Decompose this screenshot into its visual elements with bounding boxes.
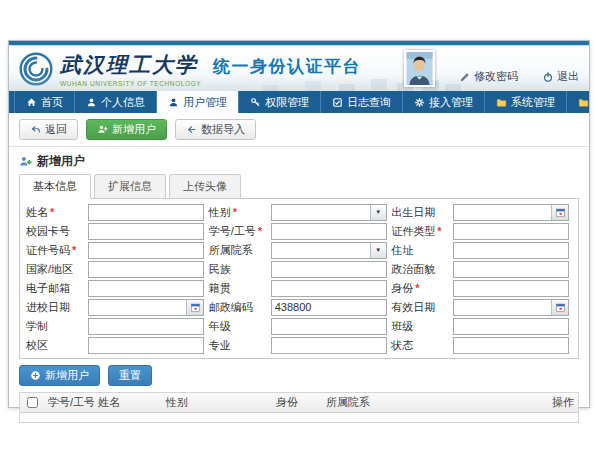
student-employee-no-input[interactable]: [271, 223, 387, 240]
major-label: 专业: [209, 338, 271, 353]
plus-circle-icon: [30, 370, 41, 381]
postal-code-input[interactable]: [271, 299, 387, 316]
form-tab-extended-info[interactable]: 扩展信息: [94, 174, 166, 199]
email-input[interactable]: [88, 280, 204, 297]
required-marker: *: [50, 206, 54, 218]
back-arrow-icon: [30, 124, 41, 135]
entry-date-calendar-button[interactable]: [186, 300, 203, 315]
change-password-link[interactable]: 修改密码: [459, 69, 518, 84]
pencil-icon: [459, 71, 471, 83]
required-marker: *: [72, 244, 76, 256]
nav-tab-label: 首页: [41, 95, 63, 110]
submit-add-user-label: 新增用户: [45, 368, 89, 383]
results-table-empty-body: [19, 413, 579, 423]
valid-date-label: 有效日期: [391, 300, 453, 315]
add-user-toolbar-label: 新增用户: [112, 122, 156, 137]
ethnicity-input-wrap: [271, 261, 387, 278]
table-column-header: 性别: [162, 395, 272, 410]
nav-tab-profile[interactable]: 个人信息: [75, 91, 157, 113]
id-number-input[interactable]: [88, 242, 204, 259]
ethnicity-input[interactable]: [271, 261, 387, 278]
email-input-wrap: [88, 280, 204, 297]
campus-card-no-input[interactable]: [88, 223, 204, 240]
form-field-native-place: 籍贯: [209, 279, 390, 297]
logout-link[interactable]: 退出: [542, 69, 579, 84]
nav-tab-user-management[interactable]: 用户管理: [157, 91, 239, 113]
form-field-valid-date: 有效日期: [391, 298, 572, 316]
schooling-length-input[interactable]: [88, 318, 204, 335]
nav-tab-access-management[interactable]: 接入管理: [403, 91, 485, 113]
submit-add-user-button[interactable]: 新增用户: [19, 365, 100, 386]
address-input[interactable]: [453, 242, 569, 259]
user-avatar[interactable]: [404, 50, 435, 87]
birth-date-calendar-button[interactable]: [551, 205, 568, 220]
identity-input[interactable]: [453, 280, 569, 297]
form-field-political-status: 政治面貌: [391, 260, 572, 278]
person-icon: [86, 97, 97, 108]
select-all-checkbox[interactable]: [27, 397, 38, 408]
header-banner: 武汉理工大学 统一身份认证平台 WUHAN UNIVERSITY OF TECH…: [9, 46, 589, 91]
table-column-header: 姓名: [94, 395, 162, 410]
gender-select-value: [272, 205, 370, 220]
grade-input[interactable]: [271, 318, 387, 335]
class-label: 班级: [391, 319, 453, 334]
class-input[interactable]: [453, 318, 569, 335]
campus-input-wrap: [88, 337, 204, 354]
status-input-wrap: [453, 337, 569, 354]
major-input[interactable]: [271, 337, 387, 354]
nav-tab-home[interactable]: 首页: [14, 91, 75, 113]
form-grid: 姓名*性别*▼出生日期校园卡号学号/工号*证件类型*证件号码*所属院系▼住址国家…: [26, 203, 572, 354]
native-place-input[interactable]: [271, 280, 387, 297]
content-area: 返回 新增用户 数据导入 新增用户 基本信息扩展信息上传头像 姓名*性别*▼出生…: [9, 113, 589, 423]
person-icon: [168, 97, 179, 108]
calendar-icon: [555, 302, 566, 313]
campus-input[interactable]: [88, 337, 204, 354]
back-button[interactable]: 返回: [19, 119, 78, 140]
add-user-toolbar-button[interactable]: 新增用户: [86, 119, 167, 140]
nav-tab-log-query[interactable]: 日志查询: [321, 91, 403, 113]
campus-card-no-label: 校园卡号: [26, 224, 88, 239]
identity-label: 身份*: [391, 281, 453, 296]
form-field-class: 班级: [391, 317, 572, 335]
nav-tab-label: 订阅管理: [593, 95, 600, 110]
birth-date-input-wrap: [453, 204, 569, 221]
form-field-birth-date: 出生日期: [391, 203, 572, 221]
log-icon: [332, 97, 343, 108]
nav-tab-system-management[interactable]: 系统管理: [485, 91, 567, 113]
folder-icon: [578, 97, 589, 108]
valid-date-calendar-button[interactable]: [551, 300, 568, 315]
name-input[interactable]: [88, 204, 204, 221]
form-field-id-number: 证件号码*: [26, 241, 207, 259]
political-status-input[interactable]: [453, 261, 569, 278]
main-nav: 首页个人信息用户管理权限管理日志查询接入管理系统管理订阅管理: [9, 91, 589, 113]
schooling-length-input-wrap: [88, 318, 204, 335]
form-field-name: 姓名*: [26, 203, 207, 221]
country-region-input-wrap: [88, 261, 204, 278]
university-name: 武汉理工大学: [60, 51, 198, 79]
form-tab-basic-info[interactable]: 基本信息: [19, 174, 91, 199]
id-type-input[interactable]: [453, 223, 569, 240]
student-employee-no-label: 学号/工号*: [209, 224, 271, 239]
form-tab-upload-avatar[interactable]: 上传头像: [169, 174, 241, 199]
status-input[interactable]: [453, 337, 569, 354]
name-input-wrap: [88, 204, 204, 221]
data-import-button[interactable]: 数据导入: [175, 119, 256, 140]
department-label: 所属院系: [209, 243, 271, 258]
department-select[interactable]: ▼: [271, 242, 387, 259]
grade-label: 年级: [209, 319, 271, 334]
nav-tab-permission-management[interactable]: 权限管理: [239, 91, 321, 113]
select-all-cell: [20, 397, 44, 408]
address-label: 住址: [391, 243, 453, 258]
home-icon: [26, 97, 37, 108]
reset-button[interactable]: 重置: [108, 365, 152, 386]
user-plus-icon: [19, 155, 32, 168]
table-column-header: 所属院系: [322, 395, 548, 410]
grade-input-wrap: [271, 318, 387, 335]
class-input-wrap: [453, 318, 569, 335]
form-panel: 姓名*性别*▼出生日期校园卡号学号/工号*证件类型*证件号码*所属院系▼住址国家…: [19, 198, 579, 359]
country-region-input[interactable]: [88, 261, 204, 278]
gender-select[interactable]: ▼: [271, 204, 387, 221]
key-icon: [250, 97, 261, 108]
name-label: 姓名*: [26, 205, 88, 220]
nav-tab-subscription-management[interactable]: 订阅管理: [567, 91, 600, 113]
